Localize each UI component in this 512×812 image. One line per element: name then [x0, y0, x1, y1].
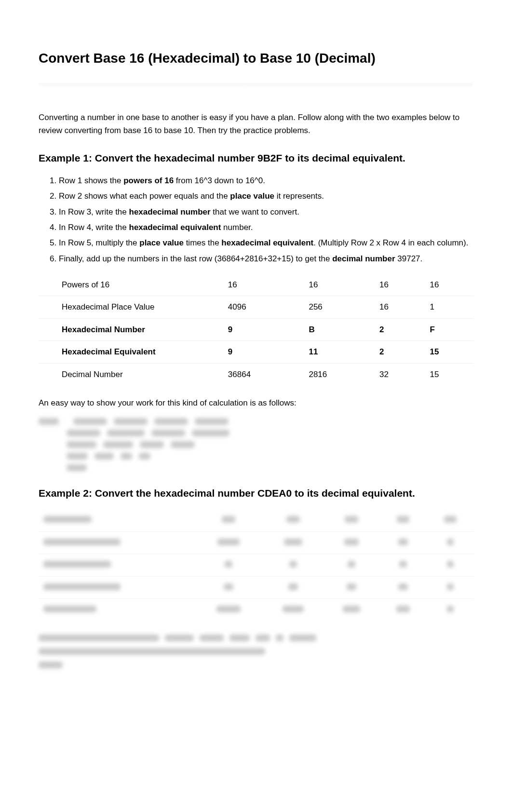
- blurred-paragraph: [39, 662, 473, 668]
- blurred-text: [67, 453, 88, 460]
- table-row: [39, 554, 473, 577]
- blurred-text: [447, 606, 454, 612]
- table-row: [39, 599, 473, 621]
- blurred-text: [289, 635, 316, 641]
- row-label: Hexadecimal Place Value: [39, 296, 221, 319]
- cell: 2: [373, 318, 423, 341]
- cell: 16: [373, 296, 423, 319]
- table-row: Hexadecimal Number 9 B 2 F: [39, 318, 473, 341]
- blurred-text: [43, 516, 92, 523]
- table-row: [39, 576, 473, 599]
- blurred-text: [154, 418, 188, 425]
- step-4: In Row 4, write the hexadecimal equivale…: [59, 221, 473, 234]
- blurred-text: [284, 539, 302, 545]
- cell: 9: [221, 341, 302, 364]
- blurred-text: [43, 606, 96, 612]
- blurred-text: [343, 606, 360, 612]
- blurred-text: [397, 516, 409, 523]
- cell: B: [302, 318, 373, 341]
- blurred-text: [39, 635, 159, 641]
- blurred-text: [276, 635, 283, 641]
- blurred-text: [67, 441, 96, 448]
- blurred-text: [396, 606, 410, 612]
- blurred-text: [398, 539, 408, 545]
- table-row: [39, 509, 473, 531]
- blurred-text: [43, 539, 121, 545]
- blurred-text: [94, 453, 114, 460]
- blurred-paragraph: [39, 648, 473, 655]
- blurred-text: [39, 418, 59, 425]
- blurred-text: [286, 516, 300, 523]
- cell: F: [423, 318, 474, 341]
- blurred-text: [345, 516, 358, 523]
- blurred-text: [229, 635, 250, 641]
- blurred-text: [283, 606, 304, 612]
- blurred-text: [171, 441, 195, 448]
- cell: 16: [221, 274, 302, 296]
- cell: 4096: [221, 296, 302, 319]
- blurred-text: [289, 561, 297, 568]
- blurred-text: [192, 430, 229, 436]
- cell: 16: [423, 274, 474, 296]
- blurred-text: [225, 561, 232, 568]
- row-label: Hexadecimal Number: [39, 318, 221, 341]
- row-label: Decimal Number: [39, 363, 221, 385]
- table-row: Hexadecimal Equivalent 9 11 2 15: [39, 341, 473, 364]
- step-5: In Row 5, multiply the place value times…: [59, 237, 473, 249]
- cell: 11: [302, 341, 373, 364]
- blurred-text: [103, 441, 133, 448]
- step-3: In Row 3, write the hexadecimal number t…: [59, 206, 473, 218]
- blurred-text: [165, 635, 194, 641]
- table-row: [39, 531, 473, 554]
- blurred-line: [39, 418, 473, 425]
- cell: 16: [302, 274, 373, 296]
- cell: 2816: [302, 363, 373, 385]
- blurred-line: [39, 464, 473, 471]
- blurred-line: [39, 430, 473, 436]
- example1-caption: An easy way to show your work for this k…: [39, 397, 473, 409]
- cell: 15: [423, 363, 474, 385]
- blurred-text: [447, 583, 454, 590]
- blurred-text: [222, 516, 235, 523]
- blurred-text: [224, 583, 233, 590]
- cell: 2: [373, 341, 423, 364]
- blurred-text: [114, 418, 148, 425]
- intro-paragraph: Converting a number in one base to anoth…: [39, 111, 473, 137]
- blurred-text: [140, 441, 164, 448]
- example2-heading: Example 2: Convert the hexadecimal numbe…: [39, 486, 473, 501]
- blurred-text: [399, 561, 407, 568]
- blurred-text: [344, 539, 359, 545]
- blurred-text: [216, 606, 241, 612]
- row-label: Hexadecimal Equivalent: [39, 341, 221, 364]
- step-1: Row 1 shows the powers of 16 from 16^3 d…: [59, 175, 473, 187]
- blurred-text: [256, 635, 270, 641]
- blurred-line: [39, 453, 473, 460]
- blurred-text: [347, 583, 356, 590]
- blurred-text: [348, 561, 355, 568]
- blurred-text: [444, 516, 457, 523]
- blurred-text: [107, 430, 145, 436]
- blurred-text: [288, 583, 298, 590]
- cell: 1: [423, 296, 474, 319]
- blurred-text: [121, 453, 132, 460]
- cell: 16: [373, 274, 423, 296]
- cell: 9: [221, 318, 302, 341]
- row-label: Powers of 16: [39, 274, 221, 296]
- blurred-text: [217, 539, 240, 545]
- blurred-text: [73, 418, 107, 425]
- step-6: Finally, add up the numbers in the last …: [59, 253, 473, 265]
- blurred-text: [67, 430, 100, 436]
- example1-table: Powers of 16 16 16 16 16 Hexadecimal Pla…: [39, 274, 473, 386]
- table-row: Hexadecimal Place Value 4096 256 16 1: [39, 296, 473, 319]
- blurred-text: [398, 583, 408, 590]
- step-2: Row 2 shows what each power equals and t…: [59, 190, 473, 203]
- blurred-text: [195, 418, 229, 425]
- table-row: Decimal Number 36864 2816 32 15: [39, 363, 473, 385]
- cell: 256: [302, 296, 373, 319]
- blurred-text: [39, 662, 63, 668]
- blurred-text: [43, 561, 111, 568]
- blurred-line: [39, 441, 473, 448]
- blurred-text: [67, 464, 87, 471]
- blurred-work-block: [39, 418, 473, 471]
- example1-steps: Row 1 shows the powers of 16 from 16^3 d…: [39, 175, 473, 265]
